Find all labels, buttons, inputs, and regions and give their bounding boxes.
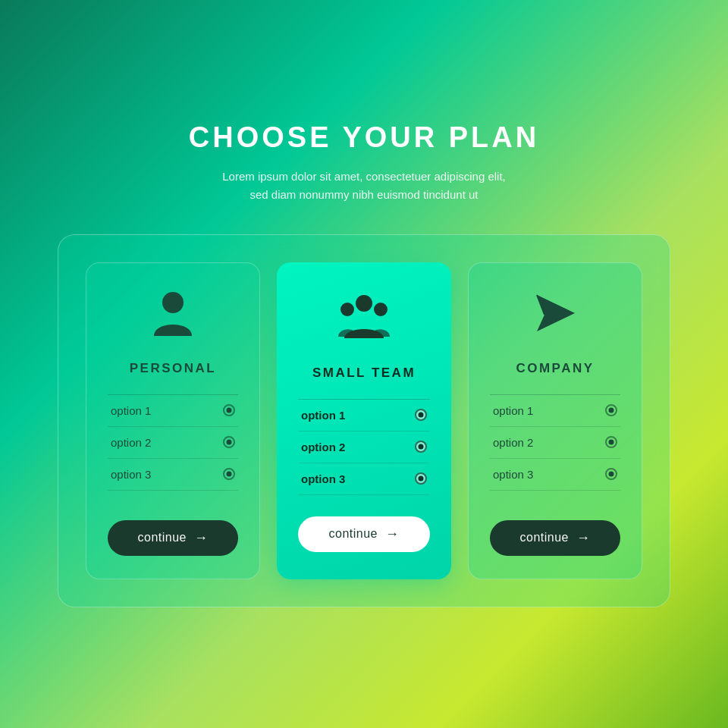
- option-label: option 3: [111, 468, 151, 481]
- person-icon: [150, 289, 196, 344]
- arrow-icon: →: [385, 526, 400, 542]
- option-label: option 1: [111, 404, 151, 417]
- svg-point-2: [340, 303, 354, 316]
- list-item: option 3: [108, 459, 238, 491]
- option-radio[interactable]: [605, 468, 617, 480]
- option-radio[interactable]: [415, 409, 427, 421]
- list-item: option 3: [298, 463, 430, 495]
- options-list-small-team: option 1 option 2 option 3: [298, 399, 430, 495]
- list-item: option 2: [490, 427, 620, 459]
- svg-point-0: [162, 292, 184, 313]
- arrow-icon: →: [194, 530, 209, 546]
- options-list-company: option 1 option 2 option 3: [490, 394, 620, 499]
- continue-button-personal[interactable]: continue →: [108, 520, 238, 556]
- send-icon: [531, 289, 580, 344]
- option-label: option 2: [493, 436, 533, 449]
- list-item: option 1: [108, 395, 238, 427]
- plan-name-company: COMPANY: [516, 361, 594, 376]
- option-radio[interactable]: [605, 436, 617, 448]
- option-label: option 3: [301, 472, 345, 485]
- plan-card-small-team: SMALL TEAM option 1 option 2 option 3 co…: [277, 262, 451, 579]
- option-radio[interactable]: [415, 472, 427, 485]
- plan-card-company: COMPANY option 1 option 2 option 3 conti…: [468, 262, 642, 579]
- svg-point-1: [356, 295, 372, 312]
- page-title: CHOOSE YOUR PLAN: [189, 121, 539, 154]
- option-label: option 2: [111, 436, 151, 449]
- plans-container: PERSONAL option 1 option 2 option 3 cont…: [58, 234, 670, 607]
- arrow-icon: →: [576, 530, 591, 546]
- plan-name-small-team: SMALL TEAM: [312, 366, 416, 381]
- plan-name-personal: PERSONAL: [130, 361, 216, 376]
- option-label: option 3: [493, 468, 533, 481]
- team-icon: [337, 293, 391, 349]
- option-radio[interactable]: [223, 468, 235, 480]
- plan-card-personal: PERSONAL option 1 option 2 option 3 cont…: [86, 262, 260, 579]
- option-label: option 1: [493, 404, 533, 417]
- option-radio[interactable]: [223, 404, 235, 416]
- list-item: option 2: [298, 431, 430, 463]
- list-item: option 2: [108, 427, 238, 459]
- option-radio[interactable]: [605, 404, 617, 416]
- svg-point-3: [374, 303, 388, 316]
- list-item: option 1: [298, 400, 430, 431]
- list-item: option 1: [490, 395, 620, 427]
- page-subtitle: Lorem ipsum dolor sit amet, consectetuer…: [222, 168, 506, 204]
- option-radio[interactable]: [223, 436, 235, 448]
- option-label: option 1: [301, 409, 345, 422]
- option-radio[interactable]: [415, 441, 427, 453]
- list-item: option 3: [490, 459, 620, 491]
- continue-button-company[interactable]: continue →: [490, 520, 620, 556]
- options-list-personal: option 1 option 2 option 3: [108, 394, 238, 499]
- continue-button-small-team[interactable]: continue →: [298, 516, 430, 552]
- option-label: option 2: [301, 441, 345, 453]
